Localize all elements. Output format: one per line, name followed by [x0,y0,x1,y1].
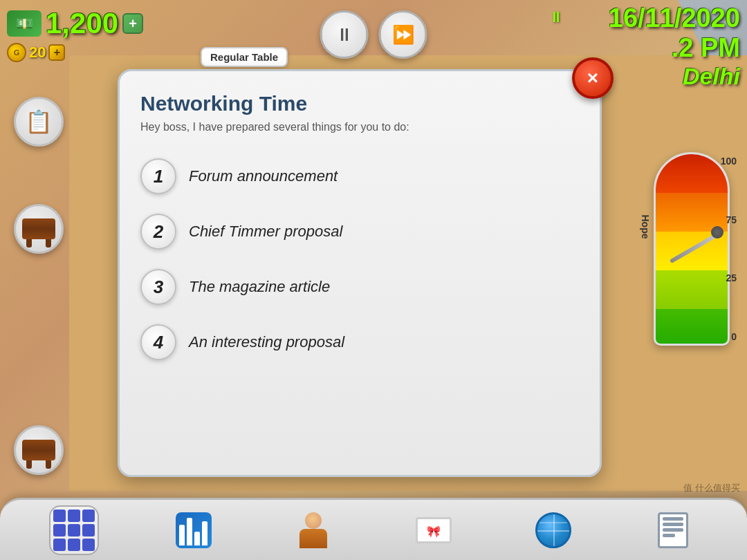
nav-button-grid[interactable] [49,505,99,555]
close-button[interactable]: × [572,57,614,99]
table-tooltip: Regular Table [201,47,288,67]
task-label-2: Chief Timmer proposal [189,223,342,241]
nav-button-chart[interactable] [169,505,219,555]
time-display: .2 PM [609,33,740,63]
table-shortcut-button-1[interactable] [14,204,64,254]
chart-bar-2 [187,518,192,545]
nav-button-globe[interactable] [528,505,578,555]
clipboard-icon: 📋 [25,109,53,135]
task-label-3: The magazine article [189,278,330,296]
gauge-label-0: 0 [716,331,737,342]
date-display: 16/11/2020 [609,3,740,33]
task-item-4[interactable]: 4 An interesting proposal [140,320,579,364]
table-icon-1 [22,218,55,239]
person-body [299,529,327,548]
gauge-label-25: 25 [716,272,737,283]
task-label-4: An interesting proposal [189,333,344,351]
task-item-2[interactable]: 2 Chief Timmer proposal [140,209,579,254]
fast-forward-icon: ⏩ [392,24,414,46]
coin-plus-button[interactable]: + [48,44,65,61]
gauge-label-100: 100 [716,156,737,167]
gauge-container: 100 75 25 0 Hope [654,152,737,360]
dialog-subtitle: Hey boss, I have prepared several things… [140,121,579,133]
doc-line-4 [663,534,675,537]
doc-line-2 [663,523,683,526]
table-icon-2 [22,440,55,460]
nav-button-document[interactable] [648,505,698,555]
table-shortcut-button-2[interactable] [14,425,64,475]
money-display: 💵 1,200 + [7,7,143,40]
person-icon [299,512,327,548]
envelope-icon: 🎀 [416,517,452,543]
globe-meridian [553,514,555,546]
task-number-3: 3 [140,269,176,305]
bottom-navigation-bar: 🎀 [0,498,747,560]
person-head [305,512,322,529]
envelope-bow: 🎀 [427,525,441,538]
gauge-hope-label: Hope [640,215,651,239]
chart-icon [176,512,212,548]
task-number-4: 4 [140,324,176,360]
nav-button-mail[interactable]: 🎀 [409,505,459,555]
task-number-1: 1 [140,158,176,194]
doc-line-1 [663,517,683,521]
hud-topright: 16/11/2020 .2 PM Delhi [609,3,740,90]
pause-icon: ⏸ [335,24,353,46]
clipboard-button[interactable]: 📋 [14,97,64,147]
money-amount: 1,200 [46,7,118,40]
watermark: 值 什么值得买 [683,482,740,494]
chart-bar-4 [202,521,208,545]
close-icon: × [587,68,598,88]
chart-bar-1 [179,525,185,545]
fast-forward-button[interactable]: ⏩ [379,10,427,59]
doc-line-3 [663,528,683,532]
money-icon: 💵 [7,10,42,37]
dialog-overlay: × Networking Time Hey boss, I have prepa… [118,69,602,477]
pause-indicator: ⏸ [548,8,564,26]
control-buttons: ⏸ ⏩ [320,10,427,59]
hud-topleft: 💵 1,200 + G 20 + [7,7,143,62]
task-item-1[interactable]: 1 Forum announcement [140,154,579,198]
gauge-label-75: 75 [716,214,737,225]
document-icon [658,512,688,548]
nav-button-person[interactable] [288,505,338,555]
task-list: 1 Forum announcement 2 Chief Timmer prop… [140,154,579,364]
city-display: Delhi [609,63,740,90]
task-number-2: 2 [140,214,176,250]
money-plus-button[interactable]: + [122,13,143,34]
dialog-box: × Networking Time Hey boss, I have prepa… [118,69,602,477]
coin-amount: 20 [29,44,46,62]
task-item-3[interactable]: 3 The magazine article [140,265,579,309]
grid-icon [53,510,95,551]
pause-button[interactable]: ⏸ [320,10,369,59]
gauge-center-pivot [711,226,723,239]
gold-coin-icon: G [7,43,26,62]
globe-icon [535,512,571,548]
coins-display: G 20 + [7,43,143,62]
task-label-1: Forum announcement [189,167,338,185]
dialog-title: Networking Time [140,92,579,115]
chart-bar-3 [194,532,200,545]
